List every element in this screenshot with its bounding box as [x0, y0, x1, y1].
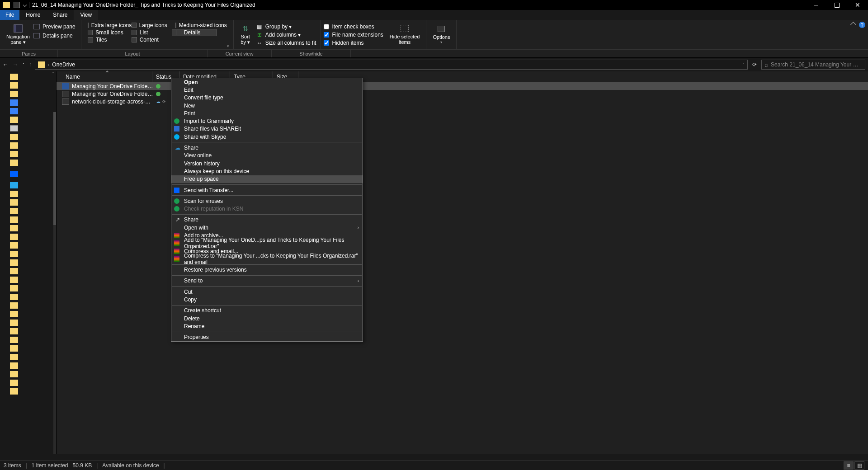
ctx-send-to[interactable]: Send to›	[171, 277, 363, 285]
html-file-icon	[62, 91, 69, 97]
ctx-version-history[interactable]: Version history	[171, 160, 363, 167]
search-placeholder: Search 21_06_14 Managing Your OneDrive F…	[771, 61, 862, 68]
status-selected: 1 item selected	[32, 462, 68, 469]
ctx-check-ksn: Check reputation in KSN	[171, 205, 363, 212]
hidden-items-toggle[interactable]: Hidden items	[324, 39, 386, 47]
ctx-always-keep[interactable]: Always keep on this device	[171, 167, 363, 175]
layout-more-icon[interactable]: ▾	[226, 22, 231, 48]
ctx-scan-viruses[interactable]: Scan for viruses	[171, 197, 363, 205]
sort-by-button[interactable]: ⇅ Sort by ▾	[236, 22, 255, 47]
item-checkboxes-toggle[interactable]: Item check boxes	[324, 23, 386, 31]
group-label-show-hide: Show/hide	[272, 50, 351, 57]
search-icon	[764, 61, 768, 68]
forward-button[interactable]: →	[13, 61, 18, 68]
hide-selected-button[interactable]: Hide selected items	[386, 22, 424, 47]
view-mode-buttons: ≡ ▦	[844, 461, 864, 470]
tree-scrollbar[interactable]	[53, 112, 56, 454]
status-bar: 3 items| 1 item selected 50.9 KB| Availa…	[0, 460, 868, 470]
navigation-tree[interactable]: ˄	[0, 71, 57, 454]
qat-dropdown-icon[interactable]	[23, 3, 27, 7]
tab-home[interactable]: Home	[19, 10, 47, 20]
minimize-button[interactable]	[806, 0, 826, 10]
ctx-delete[interactable]: Delete	[171, 315, 363, 322]
ctx-shareit[interactable]: Share files via SHAREit	[171, 125, 363, 133]
tab-view[interactable]: View	[74, 10, 98, 20]
collapse-ribbon-icon[interactable]	[851, 22, 855, 28]
layout-details[interactable]: Details	[172, 29, 217, 36]
recent-locations-button[interactable]: ˅	[23, 62, 25, 67]
cloud-only-icon: ☁	[156, 99, 160, 104]
kaspersky-icon	[174, 198, 179, 204]
window-title: 21_06_14 Managing Your OneDrive Folder_ …	[32, 2, 255, 8]
details-pane-button[interactable]: Details pane	[33, 32, 78, 40]
address-location[interactable]: OneDrive	[52, 61, 75, 68]
group-label-current-view: Current view	[208, 50, 272, 57]
layout-large-icons[interactable]: Large icons	[128, 22, 171, 29]
back-button[interactable]: ←	[3, 61, 8, 68]
ctx-cut[interactable]: Cut	[171, 288, 363, 296]
layout-tiles[interactable]: Tiles	[84, 36, 127, 43]
ctx-view-online[interactable]: View online	[171, 152, 363, 160]
ctx-new[interactable]: New	[171, 102, 363, 109]
dropbox-icon	[174, 188, 179, 193]
refresh-button[interactable]: ⟳	[750, 61, 759, 68]
winrar-icon	[174, 240, 179, 246]
preview-pane-button[interactable]: Preview pane	[33, 23, 78, 31]
ctx-edit[interactable]: Edit	[171, 86, 363, 94]
address-bar[interactable]: › OneDrive ˅	[35, 60, 748, 70]
ctx-create-shortcut[interactable]: Create shortcut	[171, 307, 363, 315]
skype-icon	[174, 134, 179, 140]
layout-medium-icons[interactable]: Medium-sized icons	[172, 22, 225, 29]
ctx-add-to-rar[interactable]: Add to "Managing Your OneD...ps and Tric…	[171, 240, 363, 247]
help-icon[interactable]: ?	[859, 22, 865, 28]
ctx-skype[interactable]: Share with Skype	[171, 133, 363, 141]
up-button[interactable]: ↑	[29, 61, 32, 68]
ctx-copy[interactable]: Copy	[171, 296, 363, 303]
navigation-pane-button[interactable]: Navigation pane ▾	[3, 22, 33, 47]
column-name[interactable]: Name	[62, 71, 152, 82]
status-selected-size: 50.9 KB	[73, 462, 92, 469]
layout-extra-large-icons[interactable]: Extra large icons	[84, 22, 127, 29]
ctx-print[interactable]: Print	[171, 109, 363, 117]
winrar-icon	[174, 256, 179, 262]
close-button[interactable]	[847, 0, 868, 10]
ctx-share-onedrive[interactable]: ☁Share	[171, 144, 363, 151]
submenu-arrow-icon: ›	[358, 225, 359, 230]
tab-share[interactable]: Share	[47, 10, 74, 20]
layout-content[interactable]: Content	[128, 36, 171, 43]
ctx-send-transfer[interactable]: Send with Transfer...	[171, 186, 363, 194]
ctx-import-grammarly[interactable]: Import to Grammarly	[171, 117, 363, 125]
details-view-button[interactable]: ≡	[844, 461, 854, 470]
group-by-button[interactable]: ▦Group by ▾	[255, 23, 318, 31]
chevron-right-icon[interactable]: ›	[48, 62, 49, 67]
add-columns-button[interactable]: ⊞Add columns ▾	[255, 31, 318, 39]
ctx-free-up-space[interactable]: Free up space	[171, 175, 363, 183]
history-dropdown-icon[interactable]: ˅	[742, 62, 745, 67]
ctx-convert-file-type[interactable]: Convert file type	[171, 94, 363, 102]
sort-asc-icon	[105, 70, 109, 72]
ribbon-tabs: File Home Share View	[0, 10, 868, 20]
ctx-compress-to-email[interactable]: Compress to "Managing Your ...cks to Kee…	[171, 255, 363, 263]
options-button[interactable]: Options ▾	[429, 22, 453, 47]
dropbox-icon	[10, 171, 18, 177]
context-menu: Open Edit Convert file type New Print Im…	[171, 78, 363, 342]
grammarly-icon	[174, 118, 179, 124]
collapse-tree-icon[interactable]: ˄	[52, 71, 54, 76]
submenu-arrow-icon: ›	[358, 278, 359, 283]
ctx-share[interactable]: Share	[171, 216, 363, 224]
maximize-button[interactable]	[826, 0, 847, 10]
filename-extensions-toggle[interactable]: File name extensions	[324, 31, 386, 39]
ctx-open-with[interactable]: Open with›	[171, 224, 363, 231]
tab-file[interactable]: File	[0, 10, 19, 20]
search-box[interactable]: Search 21_06_14 Managing Your OneDrive F…	[761, 60, 865, 70]
share-icon	[174, 216, 181, 223]
ribbon-group-labels: Panes Layout Current view Show/hide	[0, 50, 868, 58]
ctx-properties[interactable]: Properties	[171, 334, 363, 341]
ctx-rename[interactable]: Rename	[171, 322, 363, 330]
size-columns-button[interactable]: ↔Size all columns to fit	[255, 39, 318, 47]
layout-small-icons[interactable]: Small icons	[84, 29, 127, 36]
layout-list[interactable]: List	[128, 29, 171, 36]
thumbnails-view-button[interactable]: ▦	[854, 461, 864, 470]
ctx-open[interactable]: Open	[171, 78, 363, 86]
ctx-restore-previous[interactable]: Restore previous versions	[171, 266, 363, 274]
